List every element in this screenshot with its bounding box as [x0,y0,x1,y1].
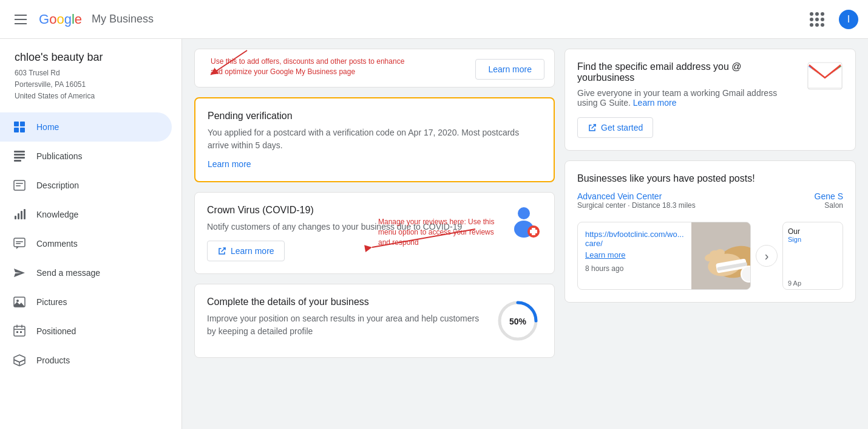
carousel-nav: › [756,222,778,290]
sidebar-item-comments[interactable]: Comments [0,229,172,258]
business-info: chloe's beauty bar 603 Trusel Rd Porters… [0,39,181,112]
post-preview-2: Our Sign 9 Ap [782,222,843,290]
svg-rect-2 [14,128,19,132]
post-time: 8 hours ago [585,264,684,273]
svg-point-19 [16,300,19,302]
post-preview-1: https://bvfootclinic.com/wo... care/ Lea… [577,222,751,290]
complete-card-body: Improve your position on search results … [207,312,481,338]
covid-card-body: Notify customers of any changes to your … [207,221,493,233]
next-icon: › [765,249,769,263]
gmail-text-area: Find the specific email address you @ yo… [577,61,797,138]
topbar: Google My Business I [0,0,868,39]
get-started-label: Get started [601,123,643,132]
sidebar-item-label-positioned: Positioned [36,326,76,336]
gmail-card-body: Give everyone in your team a working Gma… [577,88,797,108]
next-button[interactable]: › [756,245,778,267]
complete-details-card: Complete the details of your business Im… [194,284,555,358]
svg-rect-12 [18,213,19,219]
post-2-sign[interactable]: Sign [788,236,838,243]
layout: chloe's beauty bar 603 Trusel Rd Porters… [0,39,868,429]
covid-card-inner: Crown Virus (COVID-19) Notify customers … [207,205,542,261]
gmail-logo [807,61,843,92]
person-svg [506,205,542,241]
home-icon [12,120,27,134]
knowledge-icon [12,207,27,222]
sidebar-item-knowledge[interactable]: Knowledge [0,200,172,229]
post-previews-row: https://bvfootclinic.com/wo... care/ Lea… [577,222,843,290]
progress-text: 50% [509,317,527,326]
biz2-info: Gene S Salon [815,191,843,217]
gmail-card-inner: Find the specific email address you @ yo… [577,61,843,138]
post-2-text: Our Sign [783,222,843,277]
biz-header-row: Advanced Vein Center Surgical center · D… [577,191,843,217]
svg-rect-0 [14,122,19,126]
complete-card-title: Complete the details of your business [207,297,481,307]
post-learn-more-link[interactable]: Learn more [585,250,684,259]
topbar-left: Google My Business [10,10,154,29]
svg-rect-4 [14,151,25,153]
left-column: Use this to add offers, discounts and ot… [194,49,555,419]
complete-text: Complete the details of your business Im… [207,297,481,345]
complete-card-inner: Complete the details of your business Im… [207,297,542,345]
sidebar-item-label-pictures: Pictures [36,297,67,307]
google-logo: Google [39,12,82,27]
biz2-type: Salon [815,201,843,210]
svg-rect-6 [14,157,25,159]
sidebar-item-home[interactable]: Home [0,112,172,142]
gmail-learn-more-link[interactable]: Learn more [633,98,677,108]
pending-card-title: Pending verification [208,111,541,122]
business-name: chloe's beauty bar [15,51,172,64]
covid-text: Crown Virus (COVID-19) Notify customers … [207,205,493,261]
sidebar: chloe's beauty bar 603 Trusel Rd Porters… [0,39,182,429]
main-content: Use this to add offers, discounts and ot… [182,39,868,429]
app-title: My Business [92,13,154,26]
biz2-name[interactable]: Gene S [815,191,843,201]
svg-rect-24 [16,331,18,333]
pending-learn-more-link[interactable]: Learn more [208,159,251,169]
biz1-name[interactable]: Advanced Vein Center [577,191,696,201]
foot-image-svg [691,222,751,289]
right-column: Find the specific email address you @ yo… [565,49,856,419]
sidebar-item-label-publications: Publications [36,151,83,161]
gmail-m-svg [807,61,843,91]
businesses-card: Businesses like yours have posted posts!… [565,160,856,303]
covid-learn-more-label: Learn more [231,246,274,256]
post-2-time: 9 Ap [783,277,843,289]
svg-rect-25 [20,331,22,333]
topbar-right: I [805,7,858,32]
publications-icon [12,149,27,163]
businesses-card-title: Businesses like yours have posted posts! [577,173,843,184]
post-1-text: https://bvfootclinic.com/wo... care/ Lea… [578,222,691,289]
svg-rect-20 [14,326,25,336]
positioned-icon [12,324,27,338]
comments-icon [12,236,27,251]
sidebar-item-label-send-message: Send a message [36,268,100,278]
pending-verification-card: Pending verification You applied for a p… [194,97,555,182]
svg-rect-16 [16,241,23,242]
pictures-icon [12,295,27,309]
sidebar-item-description[interactable]: Description [0,171,172,200]
progress-svg: 50% [493,297,542,345]
sidebar-item-pictures[interactable]: Pictures [0,287,172,317]
gmail-card-title: Find the specific email address you @ yo… [577,61,797,83]
top-learn-more-button[interactable]: Learn more [475,59,544,80]
get-started-button[interactable]: Get started [577,117,653,138]
sidebar-item-label-description: Description [36,180,79,190]
send-message-icon [12,266,27,280]
svg-rect-9 [16,183,23,184]
gmail-body-text: Give everyone in your team a working Gma… [577,88,777,108]
avatar[interactable]: I [839,10,858,29]
post-url[interactable]: https://bvfootclinic.com/wo... care/ [585,230,684,248]
svg-rect-30 [530,230,537,233]
hamburger-menu-button[interactable] [10,10,32,29]
sidebar-item-products[interactable]: Products [0,346,172,375]
covid-learn-more-button[interactable]: Learn more [207,241,285,261]
sidebar-item-positioned[interactable]: Positioned [0,317,172,346]
svg-rect-15 [14,238,25,247]
biz1-type: Surgical center · Distance 18.3 miles [577,201,696,210]
covid-card: Manage your reviews here: Use this menu … [194,192,555,274]
apps-icon[interactable] [805,7,829,32]
sidebar-item-send-message[interactable]: Send a message [0,258,172,287]
svg-rect-10 [16,185,21,187]
sidebar-item-publications[interactable]: Publications [0,142,172,171]
